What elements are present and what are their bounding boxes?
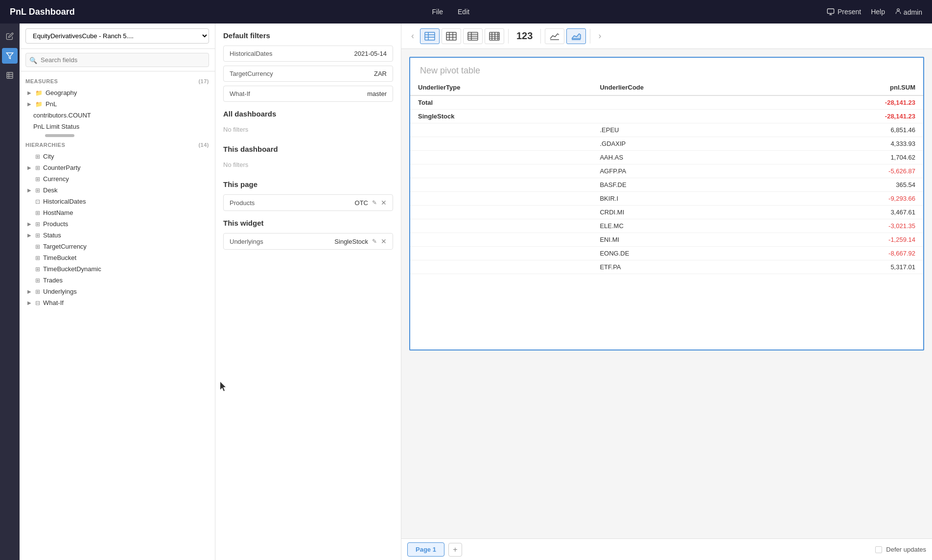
pivot-container: New pivot table UnderlierType UnderlierC… [409, 57, 924, 350]
row-value: 5,317.01 [779, 260, 923, 274]
tree-item-pnl-limit[interactable]: PnL Limit Status [20, 121, 215, 132]
row-value: 365.54 [779, 178, 923, 192]
hierarchy-icon: ⊞ [35, 243, 40, 250]
item-label: Underlyings [43, 288, 77, 295]
table-row: EONG.DE -8,667.92 [410, 247, 923, 260]
menu-file[interactable]: File [432, 8, 443, 16]
toolbar-table-icon3[interactable] [463, 28, 483, 44]
tree-item-desk[interactable]: ▶ ⊞ Desk [20, 185, 215, 196]
toolbar-next-button[interactable]: › [594, 29, 605, 43]
tree-item-whatif[interactable]: ▶ ⊟ What-If [20, 297, 215, 308]
filter-row-whatif: What-If master [223, 86, 393, 102]
row-code: ENI.MI [592, 233, 778, 247]
tree-item-geography[interactable]: ▶ 📁 Geography [20, 87, 215, 98]
filter-label: TargetCurrency [230, 70, 273, 77]
total-value: -28,141.23 [779, 95, 923, 110]
search-input[interactable] [25, 53, 209, 67]
row-value: -9,293.66 [779, 192, 923, 206]
total-code [592, 95, 778, 110]
row-value: 3,467.61 [779, 206, 923, 219]
row-type [410, 123, 592, 137]
sidebar-chart-icon[interactable] [2, 68, 18, 83]
tree-item-underlyings[interactable]: ▶ ⊞ Underlyings [20, 286, 215, 297]
defer-updates-checkbox[interactable] [875, 546, 882, 553]
right-panel: ‹ [401, 23, 932, 560]
tree-item-pnl[interactable]: ▶ 📁 PnL [20, 98, 215, 110]
filter-edit-button[interactable]: ✎ [372, 238, 377, 245]
page1-tab[interactable]: Page 1 [407, 542, 444, 557]
filter-tag-value: OTC [355, 199, 368, 207]
total-label: Total [410, 95, 592, 110]
tree-item-hostname[interactable]: ▶ ⊞ HostName [20, 207, 215, 218]
cube-dropdown[interactable]: EquityDerivativesCube - Ranch 5.... [25, 28, 209, 44]
toolbar: ‹ [401, 23, 932, 49]
filter-value: 2021-05-14 [354, 50, 387, 57]
row-value: -3,021.35 [779, 219, 923, 233]
tree-item-currency[interactable]: ▶ ⊞ Currency [20, 173, 215, 185]
item-label: PnL [46, 100, 57, 108]
all-dashboards-title: All dashboards [223, 110, 393, 118]
filter-tag: OTC ✎ ✕ [355, 199, 387, 207]
filter-label: What-If [230, 90, 250, 97]
item-label: TargetCurrency [43, 243, 87, 250]
tree-item-timebucket[interactable]: ▶ ⊞ TimeBucket [20, 252, 215, 263]
filter-tag: SingleStock ✎ ✕ [334, 237, 387, 245]
search-box: 🔍 [20, 49, 215, 71]
toolbar-prev-button[interactable]: ‹ [407, 29, 418, 43]
table-row: ETF.PA 5,317.01 [410, 260, 923, 274]
row-value: -1,259.14 [779, 233, 923, 247]
menu-edit[interactable]: Edit [458, 8, 469, 16]
defer-updates-area: Defer updates [875, 546, 926, 553]
measures-count: (17) [198, 78, 209, 84]
toolbar-separator3 [590, 29, 590, 44]
chevron-icon: ▶ [27, 221, 32, 227]
help-button[interactable]: Help [871, 8, 885, 16]
tree-item-trades[interactable]: ▶ ⊞ Trades [20, 275, 215, 286]
row-type [410, 260, 592, 274]
tree-item-status[interactable]: ▶ ⊞ Status [20, 230, 215, 241]
tree-item-historicaldates[interactable]: ▶ ⊡ HistoricalDates [20, 196, 215, 207]
row-code: AGFP.PA [592, 164, 778, 178]
cube-selector[interactable]: EquityDerivativesCube - Ranch 5.... [20, 23, 215, 49]
toolbar-table-icon4[interactable] [485, 28, 504, 44]
sidebar-filter-icon[interactable] [2, 48, 18, 64]
item-label: Trades [43, 277, 63, 284]
table-row: AAH.AS 1,704.62 [410, 151, 923, 164]
hierarchy-icon: ⊞ [35, 221, 40, 228]
this-page-title: This page [223, 180, 393, 188]
toolbar-separator1 [508, 29, 509, 44]
hierarchy-icon: ⊞ [35, 288, 40, 295]
svg-rect-5 [7, 72, 13, 78]
table-row: AGFP.PA -5,626.87 [410, 164, 923, 178]
tree-item-contributors[interactable]: contributors.COUNT [20, 110, 215, 121]
add-page-button[interactable]: + [448, 543, 462, 557]
item-label: TimeBucket [43, 254, 76, 261]
row-type [410, 178, 592, 192]
row-code: BASF.DE [592, 178, 778, 192]
filter-remove-button[interactable]: ✕ [381, 199, 387, 207]
tree-item-city[interactable]: ▶ ⊞ City [20, 151, 215, 162]
row-type [410, 247, 592, 260]
present-button[interactable]: Present [827, 8, 861, 16]
table-header-row: UnderlierType UnderlierCode pnl.SUM [410, 80, 923, 95]
tree-item-products[interactable]: ▶ ⊞ Products [20, 218, 215, 230]
row-value: -8,667.92 [779, 247, 923, 260]
filter-remove-button[interactable]: ✕ [381, 237, 387, 245]
sidebar-edit-icon[interactable] [2, 28, 18, 44]
chevron-icon: ▶ [27, 101, 32, 107]
toolbar-table-icon1[interactable] [420, 28, 440, 44]
user-menu[interactable]: admin [895, 8, 922, 16]
tree-item-counterparty[interactable]: ▶ ⊞ CounterParty [20, 162, 215, 173]
hierarchies-label: HIERARCHIES [25, 142, 65, 148]
tree-item-targetcurrency[interactable]: ▶ ⊞ TargetCurrency [20, 241, 215, 252]
tree-item-timebucketdynamic[interactable]: ▶ ⊞ TimeBucketDynamic [20, 263, 215, 275]
filter-label: HistoricalDates [230, 50, 272, 57]
this-dashboard-title: This dashboard [223, 145, 393, 153]
toolbar-line-chart-icon[interactable] [545, 28, 564, 44]
item-label: Desk [43, 187, 58, 194]
filter-row-targetcurrency: TargetCurrency ZAR [223, 66, 393, 82]
default-filters-section: Default filters HistoricalDates 2021-05-… [223, 31, 393, 102]
toolbar-area-chart-icon[interactable] [566, 28, 586, 44]
toolbar-table-icon2[interactable] [442, 28, 461, 44]
filter-edit-button[interactable]: ✎ [372, 199, 377, 206]
